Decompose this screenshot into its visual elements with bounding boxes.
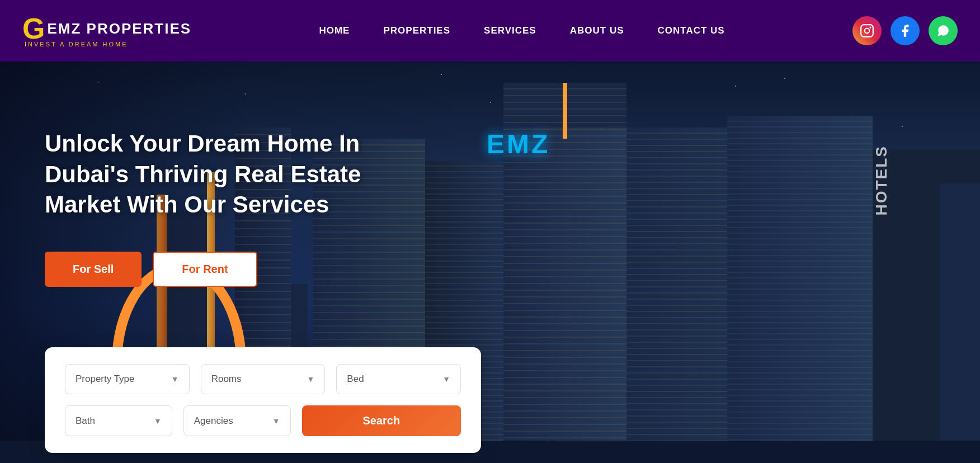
nav-home[interactable]: HOME (319, 25, 350, 36)
hero-buttons: For Sell For Rent (45, 252, 257, 287)
search-button[interactable]: Search (302, 405, 461, 436)
search-row-1: Property Type ▼ Rooms ▼ Bed ▼ (65, 364, 461, 394)
agencies-chevron-icon: ▼ (272, 417, 280, 426)
property-type-select[interactable]: Property Type ▼ (65, 364, 190, 394)
navbar: G EMZ PROPERTIES INVEST A DREAM HOME HOM… (0, 0, 980, 62)
nav-properties[interactable]: PROPERTIES (383, 25, 450, 36)
for-rent-button[interactable]: For Rent (153, 252, 257, 287)
nav-links: HOME PROPERTIES SERVICES ABOUT US CONTAC… (319, 25, 724, 36)
nav-contact[interactable]: CONTACT US (658, 25, 725, 36)
bed-select[interactable]: Bed ▼ (336, 364, 461, 394)
search-panel: Property Type ▼ Rooms ▼ Bed ▼ Bath ▼ Age… (45, 347, 481, 453)
nav-about[interactable]: ABOUT US (570, 25, 624, 36)
rooms-select[interactable]: Rooms ▼ (201, 364, 326, 394)
nav-services[interactable]: SERVICES (484, 25, 536, 36)
property-type-chevron-icon: ▼ (171, 375, 179, 384)
hero-content: Unlock Your Dream Home In Dubai's Thrivi… (45, 129, 436, 220)
bed-chevron-icon: ▼ (442, 375, 450, 384)
agencies-label: Agencies (194, 415, 233, 427)
bath-chevron-icon: ▼ (154, 417, 162, 426)
for-sell-button[interactable]: For Sell (45, 252, 142, 287)
agencies-select[interactable]: Agencies ▼ (183, 405, 291, 436)
bath-label: Bath (76, 415, 95, 427)
svg-point-1 (865, 29, 870, 34)
logo[interactable]: G EMZ PROPERTIES INVEST A DREAM HOME (22, 14, 191, 48)
hero-title: Unlock Your Dream Home In Dubai's Thrivi… (45, 129, 436, 220)
rooms-chevron-icon: ▼ (307, 375, 314, 384)
logo-tagline: INVEST A DREAM HOME (22, 41, 191, 48)
bed-label: Bed (347, 374, 364, 385)
social-icons (852, 16, 958, 45)
svg-rect-0 (861, 25, 873, 37)
whatsapp-icon[interactable] (929, 16, 958, 45)
logo-brand-name: EMZ PROPERTIES (47, 20, 191, 37)
search-row-2: Bath ▼ Agencies ▼ Search (65, 405, 461, 436)
facebook-icon[interactable] (891, 16, 920, 45)
bath-select[interactable]: Bath ▼ (65, 405, 172, 436)
logo-g-letter: G (22, 14, 45, 43)
rooms-label: Rooms (211, 374, 242, 385)
instagram-icon[interactable] (852, 16, 882, 45)
svg-point-2 (869, 26, 871, 28)
property-type-label: Property Type (76, 374, 135, 385)
hero-section: EMZ HOTELS Unlock Your Dream Home In Dub… (0, 62, 980, 463)
